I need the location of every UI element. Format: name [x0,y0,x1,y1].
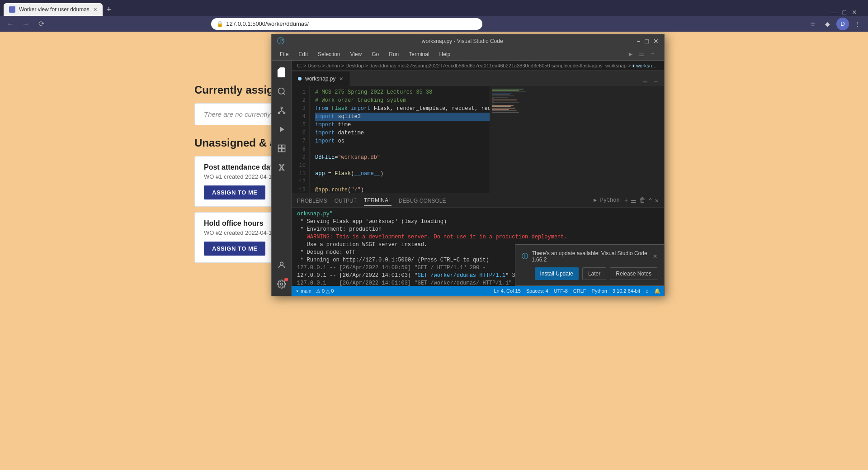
testing-icon[interactable] [274,159,290,176]
statusbar-line-col[interactable]: Ln 4, Col 15 [494,288,520,294]
menu-help[interactable]: Help [435,49,455,59]
browser-tab-active[interactable]: Worker view for user ddumas ✕ [4,3,103,16]
source-control-icon[interactable] [274,102,290,119]
split-editor-button[interactable]: ⚌ [637,50,646,59]
minimap [490,86,665,193]
code-line-7: import os [315,137,490,145]
editor-tab-close[interactable]: ✕ [339,76,343,82]
add-terminal-button[interactable]: + [624,197,628,204]
reload-button[interactable]: ⟳ [35,18,47,30]
tab-debug-console[interactable]: DEBUG CONSOLE [399,196,446,206]
statusbar-line-ending[interactable]: CRLF [573,288,586,294]
window-close-button[interactable]: ✕ [852,9,857,16]
statusbar-remote[interactable]: ⌕ [646,288,649,294]
vscode-minimize-button[interactable]: − [637,38,640,45]
later-button[interactable]: Later [582,267,606,280]
split-terminal-button[interactable]: ⚌ [631,197,637,204]
new-tab-button[interactable]: + [103,3,115,16]
statusbar-right: Ln 4, Col 15 Spaces: 4 UTF-8 CRLF Python… [494,288,660,294]
extensions-icon[interactable] [274,140,290,157]
menu-button[interactable]: ⋮ [852,18,863,30]
menu-run[interactable]: Run [384,49,403,59]
back-button[interactable]: ← [5,18,16,30]
code-content[interactable]: # MCS 275 Spring 2022 Lectures 35-38 # W… [310,86,490,193]
menu-go[interactable]: Go [367,49,383,59]
svg-point-2 [281,107,282,109]
code-line-5: import time [315,121,490,129]
statusbar-python-version[interactable]: 3.10.2 64-bit [613,288,640,294]
forward-button[interactable]: → [20,18,32,30]
tab-favicon [9,6,15,13]
code-line-13: @app.route("/") [315,186,490,193]
vscode-title-text: worksnap.py - Visual Studio Code [288,38,637,44]
statusbar-branch[interactable]: ⚬ main [295,288,311,294]
code-line-9: DBFILE="worksnap.db" [315,153,490,161]
menu-edit[interactable]: Edit [294,49,312,59]
tab-actions: ⚌ ⋯ [637,77,664,86]
terminal-line-1: orksnap.py" [297,210,659,218]
editor-area: C: > Users > Johnn > Desktop > davidduma… [292,61,664,296]
run-button[interactable]: ▶ [626,50,635,59]
activity-bar [272,61,292,296]
editor-tab-worksnap[interactable]: worksnap.py ✕ [292,71,350,86]
maximize-panel-button[interactable]: ⌃ [648,197,652,204]
settings-icon[interactable] [274,276,290,292]
bookmark-button[interactable]: ☆ [807,18,819,30]
terminal-tabs: PROBLEMS OUTPUT TERMINAL DEBUG CONSOLE ▶… [292,194,664,208]
window-maximize-button[interactable]: □ [843,9,846,16]
statusbar-spaces[interactable]: Spaces: 4 [526,288,548,294]
code-line-2: # Work order tracking system [315,96,490,104]
split-editor-icon[interactable]: ⚌ [641,77,650,86]
address-bar[interactable]: 🔒 127.0.0.1:5000/worker/ddumas/ [211,18,482,30]
url-text: 127.0.0.1:5000/worker/ddumas/ [226,20,309,27]
tab-terminal[interactable]: TERMINAL [364,195,392,206]
tab-output[interactable]: OUTPUT [335,196,357,206]
menu-terminal[interactable]: Terminal [404,49,434,59]
svg-rect-10 [278,149,281,152]
svg-rect-11 [282,149,285,152]
code-line-11: app = Flask(__name__) [315,170,490,178]
tab-close-button[interactable]: ✕ [93,7,97,13]
terminal-line-2: * Serving Flask app 'worksnap' (lazy loa… [297,218,659,226]
menu-selection[interactable]: Selection [313,49,344,59]
svg-point-13 [280,283,283,285]
statusbar-encoding[interactable]: UTF-8 [554,288,568,294]
run-debug-icon[interactable] [274,121,290,138]
statusbar-language[interactable]: Python [592,288,607,294]
statusbar-errors[interactable]: ⚠ 0 △ 0 [316,288,334,294]
kill-terminal-button[interactable]: 🗑 [639,197,646,204]
more-editor-actions[interactable]: ⋯ [651,77,660,86]
release-notes-button[interactable]: Release Notes [610,267,657,280]
statusbar-notifications[interactable]: 🔔 [654,288,660,294]
accounts-icon[interactable] [274,257,290,273]
vscode-titlebar: Ⓟ worksnap.py - Visual Studio Code − □ ✕ [272,34,664,48]
window-minimize-button[interactable]: — [831,9,837,16]
notification-info-icon: ⓘ [522,252,528,261]
vscode-restore-button[interactable]: □ [645,38,649,45]
search-icon[interactable] [274,83,290,100]
web-page: WorkSnap Currently assigned to ddumas Th… [0,32,868,470]
install-update-button[interactable]: Install Update [535,267,579,280]
notification-text: There's an update available: Visual Stud… [532,250,649,263]
vscode-close-button[interactable]: ✕ [653,38,659,45]
notification-buttons: Install Update Later Release Notes [522,267,657,280]
profile-button[interactable]: D [836,18,849,30]
assign-to-me-button-2[interactable]: ASSIGN TO ME [204,242,265,256]
browser-chrome: Worker view for user ddumas ✕ + — □ ✕ ← … [0,0,868,32]
vscode-window: Ⓟ worksnap.py - Visual Studio Code − □ ✕… [271,34,665,296]
explorer-icon[interactable] [274,64,290,81]
ssl-icon: 🔒 [217,21,223,27]
menu-view[interactable]: View [345,49,366,59]
editor-tab-label: worksnap.py [305,76,335,82]
code-editor[interactable]: 12345 678910 1112131415 161718 # MCS 275… [292,86,664,193]
menu-file[interactable]: File [275,49,293,59]
svg-line-7 [282,111,284,112]
notification-close-button[interactable]: ✕ [653,253,657,260]
close-panel-button[interactable]: ✕ [655,197,659,204]
tab-problems[interactable]: PROBLEMS [297,196,327,206]
more-actions-button[interactable]: ⋯ [648,50,657,59]
code-line-4: import sqlite3 [315,113,490,121]
code-line-3: from flask import Flask, render_template… [315,104,490,113]
assign-to-me-button-1[interactable]: ASSIGN TO ME [204,185,265,199]
extensions-button[interactable]: ◆ [822,18,834,30]
